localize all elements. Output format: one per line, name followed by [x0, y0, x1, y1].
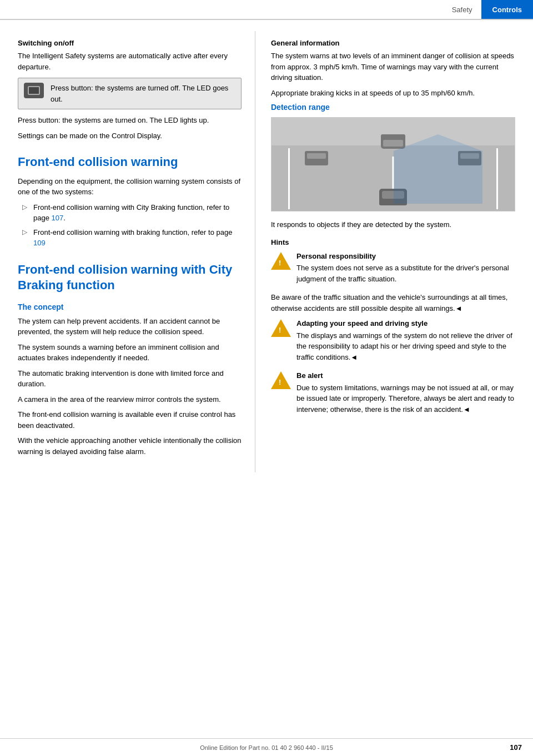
detection-cone-svg — [271, 118, 515, 211]
general-text2: Appropriate braking kicks in at speeds o… — [271, 88, 520, 99]
right-column: General information The system warns at … — [255, 31, 533, 472]
concept-text5: The front-end collision warning is avail… — [18, 409, 242, 431]
hints-title: Hints — [271, 238, 520, 246]
safety-tab: Safety — [443, 6, 481, 14]
svg-marker-0 — [394, 134, 482, 204]
switching-text1: The Intelligent Safety systems are autom… — [18, 51, 242, 72]
warning-icon-3: ! — [271, 318, 291, 338]
general-text1: The system warns at two levels of an imm… — [271, 51, 520, 83]
concept-text4: A camera in the area of the rearview mir… — [18, 394, 242, 405]
bullet2-link[interactable]: 109 — [33, 239, 46, 247]
general-section: General information The system warns at … — [271, 39, 520, 98]
concept-text6: With the vehicle approaching another veh… — [18, 435, 242, 457]
hint-text-block-1: Personal responsibility The system does … — [296, 251, 520, 285]
bullet1-link[interactable]: 107 — [52, 214, 64, 222]
left-column: Switching on/off The Intelligent Safety … — [0, 31, 255, 472]
general-title: General information — [271, 39, 520, 47]
hint-box-4: ! Be alert Due to system limitations, wa… — [271, 370, 520, 415]
detection-text: It responds to objects if they are detec… — [271, 219, 520, 230]
front-end-text: Depending on the equipment, the collisio… — [18, 176, 242, 198]
detection-range-section: Detection range — [271, 103, 520, 230]
hint3-title: Adapting your speed and driving style — [296, 318, 520, 329]
front-end-section: Front-end collision warning Depending on… — [18, 154, 242, 249]
hint1-text: The system does not serve as a substitut… — [296, 264, 509, 283]
page-footer: Online Edition for Part no. 01 40 2 960 … — [0, 738, 533, 756]
hint3-text: The displays and warnings of the system … — [296, 331, 512, 361]
front-end-city-section: Front-end collision warning with City Br… — [18, 262, 242, 457]
hint-box-3: ! Adapting your speed and driving style … — [271, 318, 520, 362]
switching-text2: Press button: the systems are turned on.… — [18, 115, 242, 126]
hint-text-block-3: Adapting your speed and driving style Th… — [296, 318, 520, 362]
bullet-item-1: ▷ Front-end collision warning with City … — [18, 202, 242, 224]
detection-range-title: Detection range — [271, 103, 520, 112]
bullet-arrow-2: ▷ — [22, 228, 29, 236]
press-button-box: Press button: the systems are turned off… — [18, 78, 242, 109]
warning-exclaim-3: ! — [279, 326, 281, 334]
button-icon — [24, 83, 44, 98]
main-content: Switching on/off The Intelligent Safety … — [0, 20, 533, 472]
hint4-title: Be alert — [296, 370, 520, 381]
bullet-text-2: Front-end collision warning with braking… — [33, 227, 242, 249]
hint-box-1: ! Personal responsibility The system doe… — [271, 251, 520, 285]
front-end-city-title: Front-end collision warning with City Br… — [18, 262, 242, 294]
switching-text3: Settings can be made on the Control Disp… — [18, 130, 242, 142]
switching-section: Switching on/off The Intelligent Safety … — [18, 39, 242, 141]
page-number: 107 — [510, 743, 522, 752]
controls-tab[interactable]: Controls — [481, 0, 533, 19]
warning-icon-1: ! — [271, 251, 291, 271]
press-button-text: Press button: the systems are turned off… — [51, 83, 235, 104]
detection-range-image — [271, 117, 515, 211]
hint1-title: Personal responsibility — [296, 251, 520, 262]
hint-text-block-4: Be alert Due to system limitations, warn… — [296, 370, 520, 415]
button-icon-inner — [28, 86, 40, 95]
front-end-title: Front-end collision warning — [18, 154, 242, 170]
page-header: Safety Controls — [0, 0, 533, 20]
hints-section: Hints ! Personal responsibility The syst… — [271, 238, 520, 415]
warning-exclaim-1: ! — [279, 259, 281, 267]
bullet-item-2: ▷ Front-end collision warning with braki… — [18, 227, 242, 249]
concept-text2: The system sounds a warning before an im… — [18, 342, 242, 364]
footer-text: Online Edition for Part no. 01 40 2 960 … — [200, 744, 333, 751]
concept-title: The concept — [18, 303, 242, 311]
concept-text3: The automatic braking intervention is do… — [18, 368, 242, 390]
warning-exclaim-4: ! — [279, 378, 281, 386]
hint4-text: Due to system limitations, warnings may … — [296, 384, 514, 414]
bullet-text-1: Front-end collision warning with City Br… — [33, 202, 242, 224]
hint2-text: Be aware of the traffic situation and th… — [271, 292, 520, 314]
warning-icon-4: ! — [271, 370, 291, 390]
concept-text1: The ystem can help prevent accidents. If… — [18, 316, 242, 337]
bullet-arrow-1: ▷ — [22, 203, 29, 211]
switching-title: Switching on/off — [18, 39, 242, 47]
